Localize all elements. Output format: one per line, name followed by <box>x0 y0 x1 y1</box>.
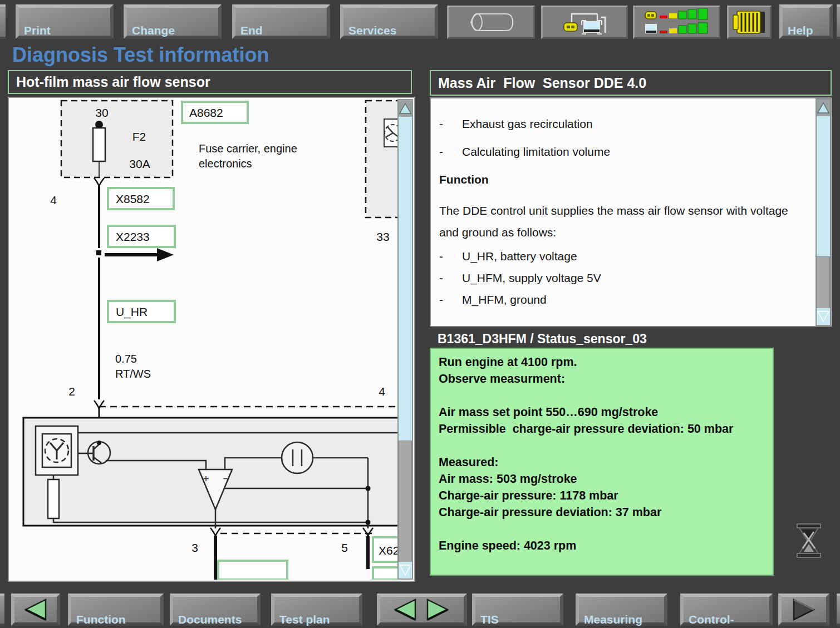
status-line: Charge-air pressure deviation: 37 mbar <box>439 504 757 521</box>
fuse-carrier-box <box>61 101 173 177</box>
print-button[interactable]: Print <box>16 4 114 39</box>
scroll-up-icon <box>399 102 411 115</box>
function-selection-button[interactable]: Function selection <box>68 594 164 626</box>
status-panel-header: B1361_D3HFM / Status_sensor_03 <box>438 332 647 347</box>
info-scroll-up-button[interactable] <box>817 100 830 116</box>
right-panel-header: Mass Air Flow Sensor DDE 4.0 <box>430 70 832 96</box>
help-button[interactable]: Help <box>779 4 833 39</box>
signal-levels-toolbar-button[interactable] <box>633 6 720 39</box>
label-box-u-hr[interactable]: U_HR <box>108 301 175 322</box>
wiring-diagram-panel: + − A8682 <box>8 97 415 582</box>
info-bullet-3-text: U_HR, battery voltage <box>462 249 577 264</box>
end-button[interactable]: End <box>232 4 330 39</box>
label-box-empty[interactable] <box>218 561 287 580</box>
status-line: Engine speed: 4023 rpm <box>439 537 757 554</box>
back-button[interactable] <box>11 594 60 626</box>
label-box-x2233[interactable]: X2233 <box>108 226 175 247</box>
info-bullet-5-text: M_HFM, ground <box>462 293 547 307</box>
info-scrollbar[interactable] <box>816 98 831 326</box>
fuse-name-label: F2 <box>132 130 146 143</box>
signal-levels-icon <box>644 8 710 36</box>
label-box-x62[interactable]: X62 <box>373 537 400 562</box>
info-bullet-2: - Calculating limitation volume <box>439 145 805 159</box>
documents-button[interactable]: Documents <box>170 594 261 626</box>
status-measurement-panel: Run engine at 4100 rpm. Observe measurme… <box>430 348 774 576</box>
cylinder-icon <box>460 9 522 35</box>
connection-test-toolbar-button[interactable] <box>541 6 628 39</box>
svg-text:+: + <box>203 473 209 484</box>
help-button-label: Help <box>788 24 813 37</box>
change-button[interactable]: Change <box>124 4 222 39</box>
tis-button[interactable]: TIS <box>472 594 563 626</box>
control-module-functions-button[interactable]: Control-module functions <box>680 594 773 626</box>
left-panel-header: Hot-film mass air flow sensor <box>8 70 412 94</box>
diagram-scroll-up-button[interactable] <box>399 100 412 117</box>
status-line: Air mass: 503 mg/stroke <box>439 471 757 487</box>
measuring-cell-symbol <box>282 442 313 473</box>
svg-text:X62: X62 <box>379 544 399 557</box>
connector-fork-pin3 <box>210 528 220 536</box>
dis-diagnosis-screen: { "colors":{ "background":"#3d3d3d", "ti… <box>0 0 840 628</box>
svg-text:U_HR: U_HR <box>116 305 148 319</box>
diagram-scrollbar[interactable] <box>397 99 413 580</box>
diagram-scroll-thumb[interactable] <box>399 441 412 566</box>
info-bullet-4: - U_HFM, supply voltage 5V <box>439 271 805 285</box>
label-box-x62b[interactable] <box>373 567 400 580</box>
connection-test-icon <box>554 8 615 36</box>
scroll-up-icon <box>817 102 829 114</box>
services-button-label: Services <box>348 24 396 37</box>
change-button-label: Change <box>132 24 175 37</box>
info-scroll-down-button[interactable] <box>817 308 830 325</box>
forward-button[interactable] <box>778 594 829 626</box>
sensor-component-box <box>366 101 400 217</box>
arrow-left-right-icon <box>389 598 455 621</box>
info-bullet-1-text: Exhaust gas recirculation <box>462 117 593 131</box>
pin-4-right-label: 4 <box>379 385 385 398</box>
svg-text:X8582: X8582 <box>116 192 150 205</box>
left-panel-title: Hot-film mass air flow sensor <box>16 74 210 90</box>
label-box-x8582[interactable]: X8582 <box>108 188 174 209</box>
status-line: Observe measurment: <box>439 370 757 387</box>
diagram-scroll-down-button[interactable] <box>399 562 412 578</box>
bullet-dash: - <box>439 249 462 264</box>
page-title: Diagnosis Test information <box>12 43 269 67</box>
arrow-right-icon <box>789 598 818 621</box>
print-button-label: Print <box>24 24 51 37</box>
info-bullet-4-text: U_HFM, supply voltage 5V <box>462 271 601 285</box>
bullet-dash: - <box>439 293 462 307</box>
terminal-30-label: 30 <box>95 106 108 119</box>
info-text-panel: - Exhaust gas recirculation - Calculatin… <box>430 97 832 327</box>
info-bullet-3: - U_HR, battery voltage <box>439 249 805 264</box>
svg-text:X2233: X2233 <box>116 230 150 243</box>
right-panel-title: Mass Air Flow Sensor DDE 4.0 <box>438 75 646 91</box>
status-line: Measured: <box>439 454 757 471</box>
pin-connector-icon <box>731 9 767 35</box>
measuring-system-button[interactable]: Measuring system <box>576 594 667 626</box>
test-plan-label: Test plan <box>279 613 330 626</box>
services-button[interactable]: Services <box>340 4 438 39</box>
status-line: Permissible charge-air pressure deviatio… <box>439 421 757 437</box>
cylinder-toolbar-button[interactable] <box>447 6 535 39</box>
sensor-fan-element <box>36 426 78 475</box>
pin-3-label: 3 <box>191 541 198 554</box>
bullet-dash: - <box>439 271 462 285</box>
toolbar-left-edge <box>0 4 6 39</box>
label-box-a8682[interactable]: A8682 <box>182 102 248 123</box>
fuse-carrier-text-1: Fuse carrier, engine <box>199 142 297 155</box>
test-plan-button[interactable]: Test plan <box>271 594 362 626</box>
pin-connector-toolbar-button[interactable] <box>727 6 772 39</box>
info-bullet-1: - Exhaust gas recirculation <box>439 117 805 131</box>
documents-label: Documents <box>178 613 242 626</box>
pin-33-label: 33 <box>376 230 389 243</box>
page-navigation-button[interactable] <box>377 594 467 626</box>
end-button-label: End <box>240 24 263 37</box>
function-heading: Function <box>439 173 805 186</box>
bullet-dash: - <box>439 145 462 159</box>
junction-dot-1 <box>366 486 371 491</box>
arrow-left-icon <box>21 598 50 621</box>
status-line <box>439 387 757 404</box>
measuring-system-label: Measuring system <box>584 613 642 628</box>
status-line: Run engine at 4100 rpm. <box>439 354 757 370</box>
info-scroll-thumb[interactable] <box>817 256 830 310</box>
wiring-diagram: + − A8682 <box>10 99 400 580</box>
